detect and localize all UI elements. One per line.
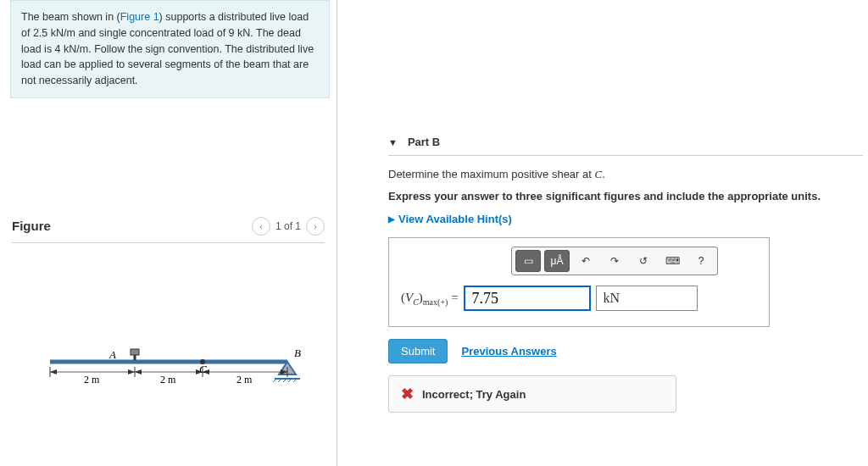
dim-2: 2 m [160,374,176,386]
template-icon: ▭ [524,255,533,267]
figure-next-button[interactable]: › [306,217,325,236]
figure-prev-button[interactable]: ‹ [252,217,270,236]
help-icon: ? [698,255,704,267]
figure-counter: 1 of 1 [275,220,301,232]
units-icon: μÅ [551,255,564,267]
keyboard-icon: ⌨ [665,255,680,267]
view-hints-link[interactable]: ▶ View Available Hint(s) [388,213,863,225]
redo-icon: ↷ [610,255,619,267]
question-text: Determine the maximum positive shear at … [388,168,863,181]
problem-statement: The beam shown in (Figure 1) supports a … [10,0,330,98]
answer-instruction: Express your answer to three significant… [388,190,863,202]
svg-rect-2 [131,349,139,355]
part-label: Part B [408,136,440,148]
keyboard-button[interactable]: ⌨ [659,250,685,272]
left-panel: The beam shown in (Figure 1) supports a … [0,0,337,466]
dim-1: 2 m [84,374,100,386]
unit-input[interactable]: kN [596,286,698,311]
variable-label: (VC)max(+) = [401,291,459,307]
previous-answers-link[interactable]: Previous Answers [461,345,556,358]
submit-button[interactable]: Submit [388,339,448,363]
reset-button[interactable]: ↺ [631,250,656,272]
label-C: C [199,363,207,375]
submit-row: Submit Previous Answers [388,339,863,363]
figure-nav: ‹ 1 of 1 › [252,217,325,236]
reset-icon: ↺ [639,255,648,267]
hints-label: View Available Hint(s) [398,213,512,225]
figure-link[interactable]: Figure 1 [120,11,159,23]
redo-button[interactable]: ↷ [602,250,627,272]
svg-marker-16 [50,369,57,374]
figure-title: Figure [12,219,51,233]
incorrect-icon: ✖ [401,385,414,403]
beam-diagram: A C B 2 m 2 m 2 m [12,336,325,404]
problem-text-prefix: The beam shown in ( [21,11,120,23]
template-button[interactable]: ▭ [515,250,541,272]
collapse-icon: ▼ [388,137,398,147]
feedback-box: ✖ Incorrect; Try Again [388,375,676,413]
undo-button[interactable]: ↶ [573,250,598,272]
part-body: Determine the maximum positive shear at … [388,155,863,413]
figure-section: Figure ‹ 1 of 1 › [0,217,337,404]
value-input[interactable] [464,286,591,311]
label-B: B [294,347,301,359]
units-button[interactable]: μÅ [544,250,570,272]
feedback-text: Incorrect; Try Again [422,388,526,401]
undo-icon: ↶ [581,255,590,267]
answer-area: ▭ μÅ ↶ ↷ ↺ ⌨ ? (VC)max(+) = kN [388,237,770,327]
help-button[interactable]: ? [688,250,714,272]
svg-marker-18 [135,369,142,374]
label-A: A [108,348,116,361]
triangle-right-icon: ▶ [388,214,395,224]
svg-marker-17 [128,369,135,374]
part-header[interactable]: ▼ Part B [388,136,868,148]
right-panel: ▼ Part B Determine the maximum positive … [337,0,868,466]
answer-toolbar: ▭ μÅ ↶ ↷ ↺ ⌨ ? [511,247,718,275]
figure-header: Figure ‹ 1 of 1 › [12,217,325,243]
answer-row: (VC)max(+) = kN [401,286,757,311]
dim-3: 2 m [236,374,253,386]
